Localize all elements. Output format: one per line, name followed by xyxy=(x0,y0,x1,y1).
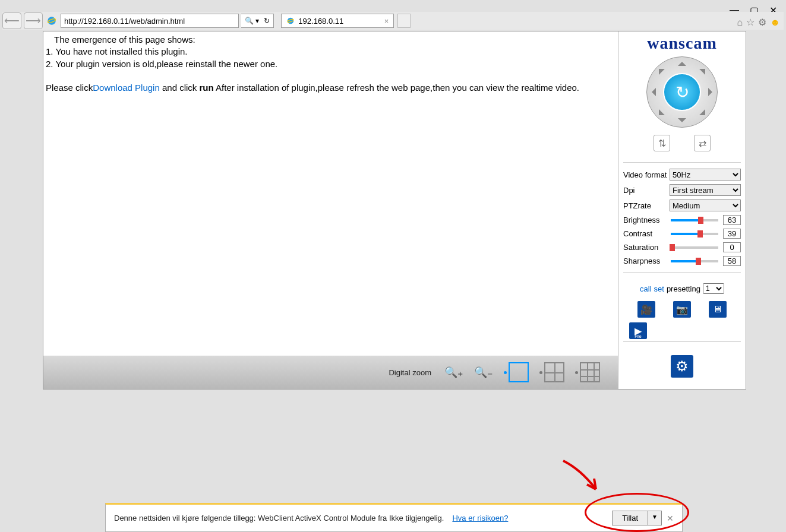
sharpness-value: 58 xyxy=(723,256,741,266)
ptz-up-icon[interactable] xyxy=(678,58,686,66)
ie-icon xyxy=(46,15,57,26)
favorites-icon[interactable]: ☆ xyxy=(746,17,755,28)
addon-message: Denne nettsiden vil kjøre følgende tille… xyxy=(114,514,444,522)
refresh-icon[interactable]: ↻ xyxy=(264,17,270,25)
download-plugin-link[interactable]: Download Plugin xyxy=(93,83,160,93)
file-button[interactable]: ▶File xyxy=(629,322,647,339)
contrast-value: 39 xyxy=(723,229,741,239)
zoom-out-icon[interactable]: 🔍₋ xyxy=(474,366,493,379)
activex-notification-bar: Denne nettsiden vil kjøre følgende tille… xyxy=(105,503,683,532)
storage-button[interactable]: 🖥 xyxy=(709,301,727,318)
ptz-right-icon[interactable] xyxy=(708,88,716,96)
allow-button[interactable]: Tillat xyxy=(613,511,648,525)
plugin-message: The emergence of this page shows: 1. You… xyxy=(43,31,618,96)
smiley-icon[interactable]: ☻ xyxy=(770,17,780,28)
brightness-value: 63 xyxy=(723,215,741,225)
wanscam-logo: wanscam xyxy=(647,34,716,53)
control-sidebar: wanscam ↻ ⇅ ⇄ Video format 50Hz Dpi Firs… xyxy=(618,31,746,389)
sharpness-label: Sharpness xyxy=(623,256,666,265)
snapshot-button[interactable]: 📷 xyxy=(673,301,691,318)
sharpness-slider[interactable] xyxy=(671,260,718,262)
search-icon[interactable]: 🔍 ▾ xyxy=(245,17,259,25)
presetting-label: presetting xyxy=(667,284,700,293)
allow-dropdown-button[interactable]: ▼ xyxy=(648,511,661,525)
back-button[interactable]: ⟵ xyxy=(2,12,21,29)
ptz-left-icon[interactable] xyxy=(648,88,656,96)
ie-icon xyxy=(286,17,295,25)
zoom-in-icon[interactable]: 🔍₊ xyxy=(444,366,463,379)
tab-close-icon[interactable]: × xyxy=(384,17,389,26)
video-format-label: Video format xyxy=(623,170,670,179)
ptz-refresh-button[interactable]: ↻ xyxy=(663,73,701,111)
camera-admin-panel: The emergence of this page shows: 1. You… xyxy=(43,31,746,390)
dpi-label: Dpi xyxy=(623,186,670,195)
contrast-slider[interactable] xyxy=(671,233,718,235)
flip-vertical-button[interactable]: ⇅ xyxy=(654,135,670,151)
saturation-label: Saturation xyxy=(623,243,666,252)
video-format-select[interactable]: 50Hz xyxy=(670,169,741,180)
digital-zoom-label: Digital zoom xyxy=(389,368,431,377)
layout-3x3-button[interactable] xyxy=(575,362,600,382)
browser-toolbar: ⟵ ⟶ http://192.168.0.11/web/admin.html 🔍… xyxy=(2,12,784,30)
preset-set-link[interactable]: set xyxy=(654,284,664,293)
contrast-label: Contrast xyxy=(623,229,666,238)
notification-close-icon[interactable]: ✕ xyxy=(667,514,674,523)
risk-link[interactable]: Hva er risikoen? xyxy=(452,514,508,522)
brightness-slider[interactable] xyxy=(671,219,718,221)
layout-2x2-button[interactable] xyxy=(539,362,564,382)
video-bottom-bar: Digital zoom 🔍₊ 🔍₋ xyxy=(43,356,618,389)
ptzrate-select[interactable]: Medium xyxy=(670,200,741,211)
forward-button[interactable]: ⟶ xyxy=(24,12,43,29)
saturation-value: 0 xyxy=(723,242,741,252)
home-icon[interactable]: ⌂ xyxy=(737,17,743,28)
tools-gear-icon[interactable]: ⚙ xyxy=(758,17,766,28)
browser-tab[interactable]: 192.168.0.11 × xyxy=(281,14,394,28)
ptzrate-label: PTZrate xyxy=(623,201,670,210)
saturation-slider[interactable] xyxy=(671,246,718,249)
brightness-label: Brightness xyxy=(623,216,666,224)
record-button[interactable]: 🎥 xyxy=(637,301,655,318)
flip-horizontal-button[interactable]: ⇄ xyxy=(694,135,711,151)
ptz-control[interactable]: ↻ xyxy=(646,56,718,128)
preset-call-link[interactable]: call xyxy=(640,284,652,293)
settings-button[interactable]: ⚙ xyxy=(671,355,693,378)
dpi-select[interactable]: First stream xyxy=(670,184,741,196)
ptz-down-icon[interactable] xyxy=(678,118,686,126)
layout-1x1-button[interactable] xyxy=(504,362,529,382)
preset-select[interactable]: 1 xyxy=(703,283,724,294)
address-bar[interactable]: http://192.168.0.11/web/admin.html xyxy=(61,14,239,28)
new-tab-button[interactable] xyxy=(397,14,411,28)
annotation-arrow xyxy=(557,455,611,502)
